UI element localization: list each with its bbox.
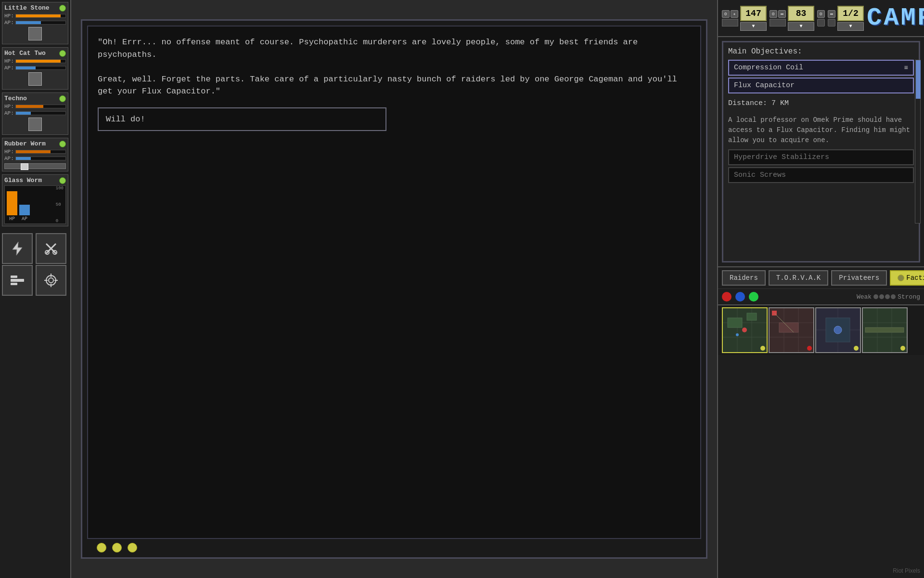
bar-scale-0: 0 [56, 219, 64, 223]
watermark: Riot Pixels [893, 567, 920, 574]
map-indicator-3 [854, 346, 859, 351]
gear-icon-2: ⚙ [770, 10, 777, 18]
hp-label-little-stone: HP: [4, 13, 14, 19]
character-card-little-stone[interactable]: Little Stone HP: AP: [2, 2, 68, 44]
scissors-icon-btn[interactable] [36, 233, 66, 264]
status-dot-glass-worm [59, 177, 66, 184]
svg-rect-41 [865, 328, 904, 332]
objective-compression-coil[interactable]: Compression Coil ≡ [728, 60, 914, 76]
npc-dialogue-text: "Oh! Errr... no offense meant of course.… [98, 36, 691, 98]
stat-btn-down-2[interactable]: ▼ [788, 22, 814, 31]
svg-rect-5 [11, 279, 24, 282]
faction-dot-blue [735, 292, 745, 302]
distance-text: Distance: 7 KM [728, 95, 914, 111]
stat-icon-row-2 [770, 19, 786, 26]
flux-capacitor-label: Flux Capacitor [734, 81, 795, 90]
map-thumb-3[interactable] [815, 307, 861, 353]
grid-icon-2: ▬ [778, 10, 786, 18]
objective-sonic-screws[interactable]: Sonic Screws [728, 167, 914, 183]
rubber-worm-slider[interactable] [4, 163, 66, 169]
map-thumb-1[interactable] [722, 307, 768, 353]
objectives-panel: Main Objectives: Compression Coil ≡ Flux… [722, 41, 920, 263]
map-indicator-4 [900, 346, 905, 351]
gem-icon-1: ✦ [731, 10, 738, 18]
strength-dot-3 [885, 294, 890, 299]
faction-dot-green [749, 292, 758, 302]
character-card-glass-worm[interactable]: Glass Worm 100 50 0 HP AP [2, 174, 68, 226]
gear-icon-3: ⚙ [817, 10, 825, 18]
compression-coil-label: Compression Coil [734, 64, 803, 72]
sonic-screws-label: Sonic Screws [734, 171, 786, 179]
faction-btn-factions[interactable]: Factions [890, 270, 924, 286]
svg-rect-19 [728, 318, 742, 328]
compression-coil-check: ≡ [904, 64, 908, 72]
stat-group-3: ⚙ [817, 10, 825, 26]
svg-rect-6 [11, 276, 17, 278]
svg-point-22 [736, 333, 739, 336]
character-card-rubber-worm[interactable]: Rubber Worm HP: AP: [2, 138, 68, 171]
hyperdrive-label: Hyperdrive Stabilizers [734, 153, 829, 161]
status-dot-hot-cat-two [59, 50, 66, 57]
hp-bar-little-stone [15, 14, 66, 18]
map-indicator-2 [807, 346, 812, 351]
hp-bar-hot-cat-two [15, 59, 66, 63]
dialogue-option-will-do[interactable]: Will do! [98, 107, 386, 131]
target-icon-btn[interactable] [36, 265, 66, 296]
objective-description: A local professor on Omek Prime should h… [728, 115, 914, 145]
faction-btn-privateers[interactable]: Privateers [831, 270, 887, 286]
glass-worm-ap-label: AP [22, 216, 27, 222]
dash-icon-btn[interactable] [2, 265, 33, 296]
character-icon-techno [28, 118, 42, 131]
hp-bar-rubber-worm [15, 150, 66, 154]
svg-point-9 [49, 278, 53, 283]
strength-dots [873, 294, 896, 299]
dialogue-indicators [87, 539, 701, 552]
objective-flux-capacitor[interactable]: Flux Capacitor [728, 78, 914, 93]
character-icon-little-stone [28, 27, 42, 40]
strength-label-strong: Strong [898, 293, 920, 301]
svg-marker-0 [13, 242, 22, 255]
stat-btn-down-4[interactable]: ▼ [837, 22, 864, 31]
hp-label-techno: HP: [4, 104, 14, 109]
indicator-1 [97, 543, 106, 552]
map-indicator-1 [760, 346, 765, 351]
factions-label: Factions [906, 274, 924, 282]
objectives-scrollbar[interactable] [915, 60, 921, 223]
map-thumb-4[interactable] [862, 307, 908, 353]
glass-worm-ap-bar [19, 205, 30, 215]
indicator-3 [128, 543, 137, 552]
left-sidebar: Little Stone HP: AP: Hot Cat Two [0, 0, 71, 578]
stat-value-1-2: 1/2 [837, 6, 864, 21]
ap-bar-little-stone [15, 21, 66, 25]
top-stats-bar: ⚙ ✦ 147 ▼ [718, 0, 924, 37]
dialogue-line-1: "Oh! Errr... no offense meant of course.… [98, 36, 691, 61]
ap-bar-rubber-worm [15, 157, 66, 160]
character-card-techno[interactable]: Techno HP: AP: [2, 92, 68, 135]
ap-bar-techno [15, 111, 66, 115]
character-name-glass-worm: Glass Worm [4, 177, 66, 184]
dialogue-line-2: Great, well. Forget the parts. Take care… [98, 73, 691, 98]
blank-icon-3 [817, 19, 825, 26]
bar-scale-50: 50 [56, 202, 64, 207]
faction-dots-row: Weak Strong [718, 289, 924, 304]
factions-bar: Raiders T.O.R.V.A.K Privateers Factions [718, 266, 924, 289]
strength-indicator: Weak Strong [857, 293, 920, 301]
dialogue-area: "Oh! Errr... no offense meant of course.… [87, 26, 701, 539]
objective-hyperdrive[interactable]: Hyperdrive Stabilizers [728, 149, 914, 165]
map-thumb-2[interactable] [769, 307, 814, 353]
ap-label-hot-cat-two: AP: [4, 65, 14, 71]
map-svg-4 [863, 308, 907, 352]
status-dot-techno [59, 95, 66, 102]
strength-dot-4 [891, 294, 896, 299]
stat-btn-down-1[interactable]: ▼ [740, 22, 767, 31]
faction-btn-torvak[interactable]: T.O.R.V.A.K [769, 270, 828, 286]
faction-btn-raiders[interactable]: Raiders [722, 270, 766, 286]
ap-bar-hot-cat-two [15, 66, 66, 70]
factions-icon [898, 275, 904, 281]
bar-scale-100: 100 [56, 186, 64, 191]
strength-dot-2 [879, 294, 884, 299]
strength-label-weak: Weak [857, 293, 872, 301]
character-card-hot-cat-two[interactable]: Hot Cat Two HP: AP: [2, 47, 68, 90]
lightning-icon-btn[interactable] [2, 233, 33, 264]
hp-label-rubber-worm: HP: [4, 149, 14, 155]
